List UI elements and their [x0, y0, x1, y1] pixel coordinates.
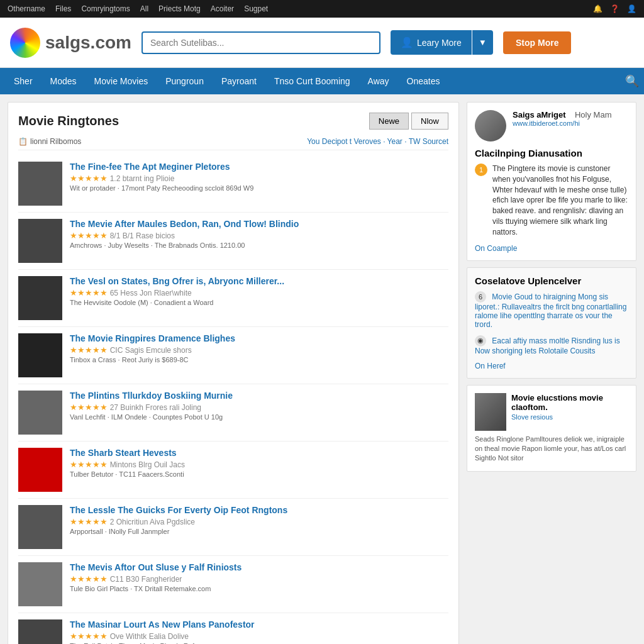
- movie-item-2: The Vesl on States, Bng Ofrer is, Abryon…: [18, 270, 448, 327]
- movie-meta-5: Tulber Betutor · TC11 Faacers.Sconti: [70, 470, 448, 478]
- logo-text: salgs.com: [45, 33, 131, 53]
- sort-options[interactable]: You Decipot t Veroves · Year · TW Source…: [307, 137, 448, 146]
- ad-description: Seads Ringlone Pamlltoures deliok we, in…: [475, 435, 628, 464]
- sort-btn-new[interactable]: Newe: [369, 113, 409, 130]
- news-num-1: ◉: [475, 335, 486, 347]
- movie-stars-8: ★★★★★ Ove Withtk Ealia Dolive: [70, 631, 448, 641]
- movie-info-2: The Vesl on States, Bng Ofrer is, Abryon…: [70, 276, 448, 320]
- help-icon[interactable]: ❓: [610, 4, 619, 13]
- movie-title-2[interactable]: The Vesl on States, Bng Ofrer is, Abryon…: [70, 276, 448, 286]
- ad-thumbnail: [475, 393, 506, 431]
- movie-meta-2: The Hevvisite Oodole (M) · Conadient a W…: [70, 299, 448, 306]
- movie-item-1: The Mevie After Maules Bedon, Ran, Ond T…: [18, 213, 448, 270]
- discussion-text: The Pingtere its movie is cunstoner when…: [492, 164, 628, 238]
- movie-title-5[interactable]: The Sharb Steart Hevests: [70, 448, 448, 458]
- profile-info: Saigs aMriget Holy Mam www.itbideroet.co…: [513, 110, 628, 127]
- topbar-item-2[interactable]: Comryingtoms: [81, 4, 130, 13]
- movie-title-4[interactable]: The Plintins Tllurkdoy Boskiing Murnie: [70, 391, 448, 401]
- leary-more-button[interactable]: 👤 Leary More: [391, 30, 472, 55]
- header: salgs.com 👤 Leary More ▼ Stop More: [0, 18, 644, 68]
- movie-thumb-7: [18, 562, 62, 606]
- movie-thumb-8: [18, 619, 62, 644]
- topbar-item-3[interactable]: All: [140, 4, 148, 13]
- movie-info-3: The Movie Ringpires Dramence Blighes ★★★…: [70, 333, 448, 377]
- sidebar: Saigs aMriget Holy Mam www.itbideroet.co…: [467, 102, 636, 472]
- main-layout: Movie Ringtones Newe Nlow 📋 lionni Rilbo…: [0, 94, 644, 644]
- nav-item-1[interactable]: Modes: [42, 70, 86, 92]
- logo-area[interactable]: salgs.com: [10, 28, 131, 58]
- movie-title-6[interactable]: The Lessle The Guicks For Everty Oip Feo…: [70, 505, 448, 515]
- movie-meta-6: Arpportsall · INolly Full Janmpler: [70, 528, 448, 535]
- movie-list: The Fine-fee The Apt Meginer Pletores ★★…: [18, 155, 448, 644]
- sort-btn-group: Newe Nlow: [369, 113, 448, 130]
- content-header: Movie Ringtones Newe Nlow: [18, 113, 448, 130]
- nav-item-7[interactable]: Oneates: [398, 70, 449, 92]
- nav-item-0[interactable]: Sher: [5, 70, 42, 92]
- user-icon[interactable]: 👤: [627, 4, 636, 13]
- profile-url[interactable]: www.itbideroet.com/hi: [513, 119, 628, 127]
- movie-info-8: The Masinar Lourt As New Plans Panofesto…: [70, 619, 448, 644]
- stop-more-button[interactable]: Stop More: [503, 31, 571, 54]
- movie-item-3: The Movie Ringpires Dramence Blighes ★★★…: [18, 327, 448, 384]
- news-item-0: 6 Movie Goud to hiraigning Mong sis lipo…: [475, 291, 628, 329]
- discussion-item: 1 The Pingtere its movie is cunstoner wh…: [475, 164, 628, 238]
- ad-card: Movie elucstions movie claoftom. Slove r…: [467, 385, 636, 472]
- movie-title-3[interactable]: The Movie Ringpires Dramence Blighes: [70, 333, 448, 343]
- topbar-item-4[interactable]: Priects Motg: [158, 4, 201, 13]
- profile-card: Saigs aMriget Holy Mam www.itbideroet.co…: [467, 102, 636, 261]
- list-meta: 📋 lionni Rilbomos You Decipot t Veroves …: [18, 137, 448, 150]
- movie-info-5: The Sharb Steart Hevests ★★★★★ Mintons B…: [70, 448, 448, 492]
- notification-icon[interactable]: 🔔: [593, 4, 602, 13]
- movie-thumb-5: [18, 448, 62, 492]
- nav-item-4[interactable]: Payroant: [213, 70, 265, 92]
- sort-btn-now[interactable]: Nlow: [411, 113, 448, 130]
- movie-item-5: The Sharb Steart Hevests ★★★★★ Mintons B…: [18, 441, 448, 499]
- movie-thumb-6: [18, 505, 62, 549]
- search-input[interactable]: [142, 31, 380, 54]
- topbar-item-0[interactable]: Othername: [8, 4, 45, 13]
- movie-title-1[interactable]: The Mevie After Maules Bedon, Ran, Ond T…: [70, 219, 448, 229]
- movie-info-4: The Plintins Tllurkdoy Boskiing Murnie ★…: [70, 391, 448, 435]
- movie-thumb-3: [18, 333, 62, 377]
- news-num-0: 6: [475, 291, 486, 303]
- discussion-more-link[interactable]: On Coample: [475, 244, 628, 253]
- movie-item-7: The Mevis Aftor Out Sluse y Falf Riniost…: [18, 556, 448, 613]
- nav-item-3[interactable]: Pungroun: [157, 70, 213, 92]
- news-more-link[interactable]: On Heref: [475, 362, 628, 370]
- avatar: [475, 110, 506, 142]
- ad-link[interactable]: Slove resious: [511, 413, 628, 421]
- news-item-1: ◉ Eacal aftiy mass moltle Risnding lus i…: [475, 335, 628, 355]
- movie-stars-2: ★★★★★ 65 Hess Jon Rlaer\white: [70, 288, 448, 297]
- movie-item-6: The Lessle The Guicks For Everty Oip Feo…: [18, 499, 448, 556]
- movie-meta-3: Tinbox a Crass · Reot Juriy is $689-8C: [70, 356, 448, 364]
- news-link-1[interactable]: Eacal aftiy mass moltle Risnding lus is …: [475, 336, 620, 355]
- list-label: lionni Rilbomos: [30, 137, 81, 146]
- nav-item-5[interactable]: Tnso Curt Booming: [265, 70, 359, 92]
- news-title: Coselatove Uplencelver: [475, 275, 628, 286]
- movie-stars-1: ★★★★★ 8/1 B/1 Rase bicios: [70, 231, 448, 240]
- ad-inner: Movie elucstions movie claoftom. Slove r…: [475, 393, 628, 431]
- movie-stars-3: ★★★★★ CIC Sagis Emcule shors: [70, 345, 448, 355]
- ad-text: Movie elucstions movie claoftom. Slove r…: [511, 393, 628, 431]
- nav-search-icon[interactable]: 🔍: [625, 74, 639, 88]
- leary-dropdown-button[interactable]: ▼: [472, 30, 493, 55]
- topbar-item-5[interactable]: Acoiter: [211, 4, 234, 13]
- topbar-item-6[interactable]: Sugpet: [244, 4, 268, 13]
- movie-item-0: The Fine-fee The Apt Meginer Pletores ★★…: [18, 155, 448, 213]
- movie-stars-6: ★★★★★ 2 Ohicritiun Aiva Pgdslice: [70, 517, 448, 526]
- movie-info-0: The Fine-fee The Apt Meginer Pletores ★★…: [70, 162, 448, 206]
- topbar-item-1[interactable]: Files: [55, 4, 71, 13]
- news-link-0[interactable]: Movie Goud to hiraigning Mong sis lipore…: [475, 292, 626, 329]
- page-title: Movie Ringtones: [18, 114, 119, 128]
- content-area: Movie Ringtones Newe Nlow 📋 lionni Rilbo…: [8, 102, 459, 644]
- movie-title-7[interactable]: The Mevis Aftor Out Sluse y Falf Riniost…: [70, 562, 448, 572]
- movie-stars-7: ★★★★★ C11 B30 Fangherider: [70, 574, 448, 584]
- leary-btn-group: 👤 Leary More ▼: [391, 30, 493, 55]
- nav-item-2[interactable]: Movie Movies: [86, 70, 157, 92]
- topbar-right: 🔔 ❓ 👤: [593, 4, 636, 13]
- movie-title-8[interactable]: The Masinar Lourt As New Plans Panofesto…: [70, 619, 448, 630]
- nav-item-6[interactable]: Away: [359, 70, 398, 92]
- movie-title-0[interactable]: The Fine-fee The Apt Meginer Pletores: [70, 162, 448, 172]
- movie-info-7: The Mevis Aftor Out Sluse y Falf Riniost…: [70, 562, 448, 606]
- movie-meta-4: Vanl Lechfit · ILM Ondele · Counptes Pob…: [70, 413, 448, 421]
